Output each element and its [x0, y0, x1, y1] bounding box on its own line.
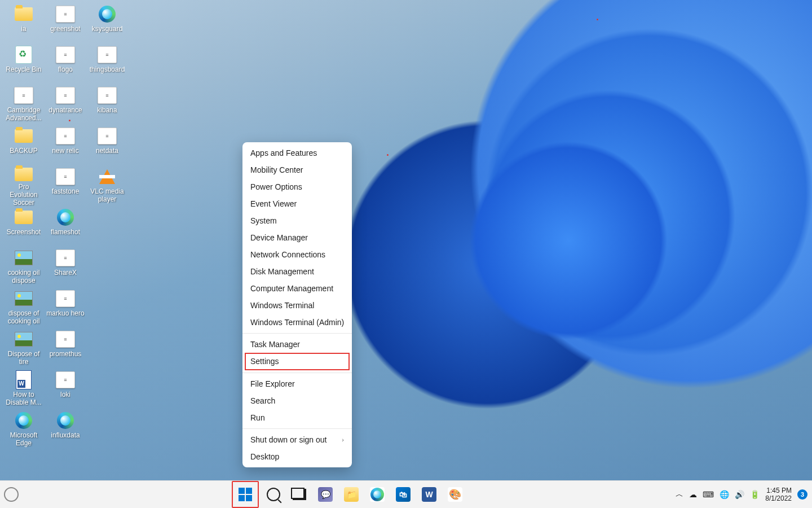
desktop-icon[interactable]: VLC media player [87, 166, 127, 207]
desktop-icon-label: markuo hero [46, 309, 84, 317]
menu-item[interactable]: Computer Management [242, 280, 352, 297]
desktop-icon[interactable]: ≡ShareX [45, 247, 86, 288]
folder-icon: 📁 [344, 487, 359, 502]
shortcut-icon: ≡ [56, 126, 75, 146]
menu-item[interactable]: Shut down or sign out› [242, 431, 352, 448]
desktop-icon[interactable]: Microsoft Edge [3, 410, 44, 450]
task-view-button[interactable] [288, 483, 311, 506]
desktop[interactable]: ia≡greenshotksysguardRecycle Bin≡flogo≡t… [0, 0, 812, 481]
cortana-icon[interactable] [0, 483, 23, 506]
chat-icon: 💬 [318, 487, 333, 502]
desktop-icon[interactable]: ≡faststone [45, 166, 86, 207]
battery-icon[interactable]: 🔋 [750, 490, 760, 499]
search-icon [267, 488, 280, 501]
file-explorer-button[interactable]: 📁 [340, 483, 363, 506]
shortcut-icon: ≡ [14, 86, 33, 105]
desktop-icon[interactable]: ≡flogo [45, 44, 86, 85]
desktop-icon[interactable]: influxdata [45, 410, 86, 450]
desktop-icon[interactable]: ≡greenshot [45, 3, 86, 44]
menu-item-label: Windows Terminal [250, 297, 314, 314]
desktop-icon[interactable]: ≡Cambridge Advanced... [3, 85, 44, 125]
menu-item[interactable]: Run [242, 409, 352, 426]
folder-icon [14, 167, 33, 182]
desktop-icon[interactable]: ≡kibana [87, 85, 127, 125]
menu-item[interactable]: Disk Management [242, 263, 352, 280]
edge-button[interactable] [366, 483, 389, 506]
desktop-icon[interactable]: Pro Evolution Soccer 2017... [3, 166, 44, 207]
desktop-icon[interactable]: ia [3, 3, 44, 44]
menu-item[interactable]: Mobility Center [242, 161, 352, 178]
menu-item[interactable]: Settings [245, 353, 350, 370]
desktop-icon[interactable]: BACKUP [3, 125, 44, 166]
desktop-icon[interactable]: Dispose of tire [3, 329, 44, 369]
menu-item-label: Shut down or sign out [250, 431, 326, 448]
desktop-icon-label: promethus [50, 350, 82, 358]
shortcut-icon: ≡ [56, 248, 75, 268]
volume-icon[interactable]: 🔊 [735, 490, 744, 499]
desktop-icon-label: Pro Evolution Soccer 2017... [4, 183, 43, 207]
desktop-icon-label: Cambridge Advanced... [4, 106, 43, 122]
edge-icon [56, 411, 75, 430]
desktop-icon[interactable]: flameshot [45, 207, 86, 247]
shortcut-icon: ≡ [56, 167, 75, 186]
menu-item-label: Computer Management [250, 280, 333, 297]
folder-icon [14, 208, 33, 227]
menu-item[interactable]: System [242, 212, 352, 229]
word-button[interactable]: W [418, 483, 440, 506]
menu-item[interactable]: Event Viewer [242, 195, 352, 212]
menu-item-label: Run [250, 409, 265, 426]
desktop-icon-label: How to Disable M... [4, 391, 43, 406]
desktop-icon[interactable]: Screenshot [3, 207, 44, 247]
shortcut-icon: ≡ [56, 45, 75, 64]
edge-icon [98, 5, 117, 24]
paint-button[interactable] [444, 483, 466, 506]
shortcut-icon: ≡ [56, 5, 75, 24]
menu-item[interactable]: Task Manager [242, 336, 352, 353]
desktop-icon[interactable]: ≡new relic [45, 125, 86, 166]
clock[interactable]: 1:45 PM 8/1/2022 [765, 487, 792, 502]
chat-button[interactable]: 💬 [314, 483, 337, 506]
menu-item[interactable]: Windows Terminal [242, 297, 352, 314]
menu-item[interactable]: Apps and Features [242, 144, 352, 161]
desktop-icon[interactable]: How to Disable M... [3, 369, 44, 410]
edge-icon [370, 487, 385, 502]
desktop-icon[interactable]: dispose of cooking oil [3, 288, 44, 329]
desktop-icon[interactable]: ≡netdata [87, 125, 127, 166]
vlc-icon [98, 167, 117, 186]
shortcut-icon: ≡ [56, 289, 75, 308]
language-icon[interactable]: 🌐 [720, 490, 729, 499]
desktop-icon[interactable]: ≡markuo hero [45, 288, 86, 329]
menu-item[interactable]: Windows Terminal (Admin) [242, 314, 352, 331]
menu-item[interactable]: Device Manager [242, 229, 352, 246]
menu-item[interactable]: Search [242, 392, 352, 409]
desktop-icon-label: Microsoft Edge [4, 431, 43, 447]
desktop-icon[interactable]: ≡thingsboard [87, 44, 127, 85]
menu-separator [242, 333, 352, 334]
notification-badge[interactable]: 3 [797, 489, 807, 500]
desktop-icon[interactable]: Recycle Bin [3, 44, 44, 85]
desktop-icon[interactable]: ksysguard [87, 3, 127, 44]
tray-chevron-up-icon[interactable]: ︿ [676, 489, 683, 500]
desktop-icon-label: new relic [52, 147, 78, 155]
desktop-icon[interactable]: cooking oil dispose [3, 247, 44, 288]
winx-context-menu: Apps and FeaturesMobility CenterPower Op… [242, 142, 352, 467]
desktop-icon[interactable]: ≡loki [45, 369, 86, 410]
keyboard-icon[interactable]: ⌨ [703, 490, 714, 499]
desktop-icon-label: Recycle Bin [6, 65, 41, 73]
menu-item[interactable]: Network Connections [242, 246, 352, 263]
desktop-icon[interactable]: ≡promethus [45, 329, 86, 369]
chevron-right-icon: › [342, 431, 344, 448]
edge-icon [14, 411, 33, 430]
start-button[interactable] [232, 481, 259, 508]
pic-icon [14, 248, 33, 268]
menu-item[interactable]: Power Options [242, 178, 352, 195]
search-button[interactable] [262, 483, 285, 506]
onedrive-icon[interactable]: ☁ [689, 490, 697, 499]
menu-item[interactable]: File Explorer [242, 375, 352, 392]
store-button[interactable]: 🛍 [392, 483, 414, 506]
shortcut-icon: ≡ [56, 370, 75, 389]
desktop-icon[interactable]: ≡dynatrance [45, 85, 86, 125]
desktop-icon-label: VLC media player [87, 187, 127, 203]
menu-item[interactable]: Desktop [242, 448, 352, 465]
store-icon: 🛍 [396, 487, 411, 502]
